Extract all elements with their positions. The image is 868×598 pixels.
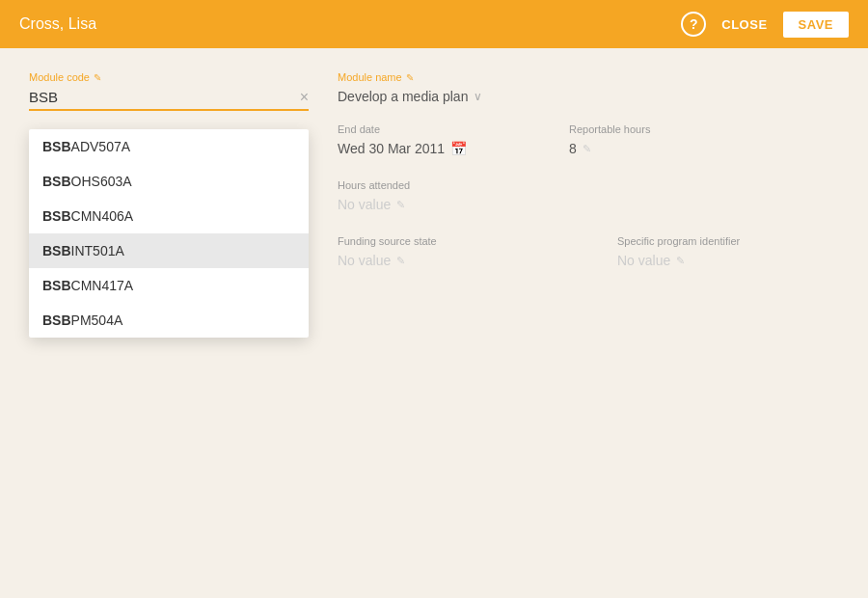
hours-attended-edit-icon[interactable]: ✎: [396, 199, 405, 211]
end-date-label: End date: [338, 123, 511, 135]
module-code-input[interactable]: [29, 89, 300, 105]
page-title: Cross, Lisa: [19, 15, 96, 33]
right-panel: Module name ✎ Develop a media plan ∨ End…: [309, 71, 839, 268]
specific-program-value: No value ✎: [617, 253, 839, 268]
module-code-label: Module code ✎: [29, 71, 309, 83]
end-date-value: Wed 30 Mar 2011 📅: [338, 141, 511, 156]
reportable-hours-value: 8 ✎: [569, 141, 743, 156]
dropdown-item-selected[interactable]: BSBINT501A: [29, 233, 309, 268]
hours-attended-group: Hours attended No value ✎: [338, 179, 839, 212]
module-code-edit-icon[interactable]: ✎: [94, 72, 101, 83]
end-date-group: End date Wed 30 Mar 2011 📅: [338, 123, 511, 156]
funding-source-edit-icon[interactable]: ✎: [396, 255, 405, 267]
calendar-icon[interactable]: 📅: [450, 141, 467, 156]
specific-program-group: Specific program identifier No value ✎: [617, 235, 839, 268]
module-name-label: Module name ✎: [338, 71, 839, 83]
dropdown-item[interactable]: BSBCMN417A: [29, 268, 309, 303]
reportable-hours-group: Reportable hours 8 ✎: [569, 123, 743, 156]
funding-source-label: Funding source state: [338, 235, 559, 247]
dropdown-item[interactable]: BSBOHS603A: [29, 164, 309, 199]
module-name-value: Develop a media plan ∨: [338, 89, 839, 104]
save-button[interactable]: SAVE: [783, 12, 849, 38]
dropdown-item[interactable]: BSBADV507A: [29, 129, 309, 164]
bottom-fields: Funding source state No value ✎ Specific…: [338, 235, 839, 268]
top-right-fields: End date Wed 30 Mar 2011 📅 Reportable ho…: [338, 123, 839, 156]
content: Module code ✎ × BSBADV507A BSBOHS603A BS…: [0, 48, 868, 291]
dropdown-item[interactable]: BSBPM504A: [29, 303, 309, 338]
module-code-dropdown: BSBADV507A BSBOHS603A BSBCMN406A BSBINT5…: [29, 129, 309, 338]
header-actions: ? CLOSE SAVE: [681, 12, 849, 38]
header: Cross, Lisa ? CLOSE SAVE: [0, 0, 868, 48]
reportable-hours-edit-icon[interactable]: ✎: [583, 143, 591, 155]
hours-attended-value: No value ✎: [338, 197, 839, 212]
close-button[interactable]: CLOSE: [721, 17, 767, 32]
funding-source-value: No value ✎: [338, 253, 559, 268]
dropdown-item[interactable]: BSBCMN406A: [29, 199, 309, 233]
chevron-down-icon[interactable]: ∨: [474, 90, 482, 103]
funding-source-group: Funding source state No value ✎: [338, 235, 559, 268]
hours-attended-label: Hours attended: [338, 179, 839, 191]
clear-button[interactable]: ×: [300, 90, 309, 105]
reportable-hours-label: Reportable hours: [569, 123, 743, 135]
specific-program-label: Specific program identifier: [617, 235, 839, 247]
module-name-edit-icon[interactable]: ✎: [406, 72, 414, 83]
module-name-group: Module name ✎ Develop a media plan ∨: [338, 71, 839, 104]
specific-program-edit-icon[interactable]: ✎: [676, 255, 685, 267]
help-icon[interactable]: ?: [681, 12, 706, 37]
module-code-input-wrapper: ×: [29, 89, 309, 111]
module-code-section: Module code ✎ ×: [29, 71, 309, 111]
left-panel: Module code ✎ × BSBADV507A BSBOHS603A BS…: [29, 71, 309, 268]
